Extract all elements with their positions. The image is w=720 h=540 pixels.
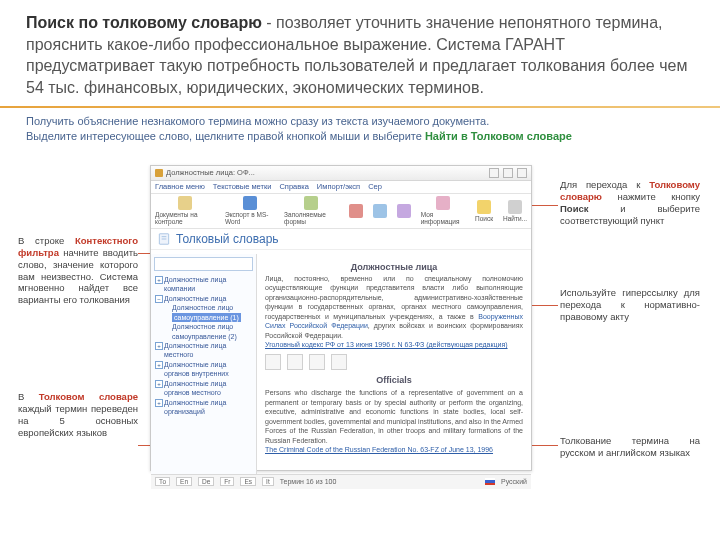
action-icon[interactable] — [331, 354, 347, 370]
app-window: Должностные лица: ОФ... Главное меню Тек… — [150, 165, 532, 471]
menu-command-name: Найти в Толковом словаре — [425, 130, 572, 142]
source-link-ru[interactable]: Уголовный кодекс РФ от 13 июня 1996 г. N… — [265, 340, 523, 349]
max-button[interactable] — [503, 168, 513, 178]
definition-ru: Лица, постоянно, временно или по специал… — [265, 274, 523, 340]
lang-tab[interactable]: То — [155, 477, 170, 486]
action-icon[interactable] — [309, 354, 325, 370]
menu-item[interactable]: Главное меню — [155, 182, 205, 191]
toolbar-button[interactable]: Моя информация — [421, 196, 465, 225]
toolbar-button[interactable]: Документы на контроле — [155, 196, 215, 225]
callout-context-filter: В строке Контекстного фильтра начните вв… — [18, 235, 138, 306]
left-pane: +Должностные лица компании −Должностные … — [151, 254, 257, 474]
lang-tab[interactable]: De — [198, 477, 214, 486]
figure-canvas: В строке Контекстного фильтра начните вв… — [0, 145, 720, 505]
menu-item[interactable]: Сер — [368, 182, 382, 191]
lang-tab[interactable]: Fr — [220, 477, 234, 486]
tree-item-selected[interactable]: самоуправление (1) — [154, 313, 253, 322]
tree-item[interactable]: +Должностные лица компании — [154, 275, 253, 294]
toolbar: Документы на контроле Экспорт в MS-Word … — [151, 194, 531, 229]
min-button[interactable] — [489, 168, 499, 178]
toolbar-search-button[interactable]: Поиск — [475, 200, 493, 222]
action-icon[interactable] — [265, 354, 281, 370]
header-bold: Поиск по толковому словарю — [26, 14, 262, 31]
lang-tab[interactable]: Es — [240, 477, 256, 486]
book-icon — [157, 232, 171, 246]
source-link-en[interactable]: The Criminal Code of the Russian Federat… — [265, 445, 523, 454]
tree-item[interactable]: +Должностные лица органов внутренних — [154, 360, 253, 379]
callout-hyperlink: Используйте гиперссылку для перехода к н… — [560, 287, 700, 323]
tree-item[interactable]: +Должностные лица организаций — [154, 398, 253, 417]
lang-tab[interactable]: It — [262, 477, 274, 486]
menu-item[interactable]: Текстовые метки — [213, 182, 272, 191]
header-text: Поиск по толковому словарю - позволяет у… — [26, 12, 694, 98]
toolbar-button[interactable]: Заполняемые формы — [284, 196, 339, 225]
instruction-line2: Выделите интересующее слово, щелкните пр… — [26, 129, 694, 143]
tree-item[interactable]: Должностное лицо — [154, 322, 253, 331]
content-pane: Должностные лица Лица, постоянно, времен… — [257, 254, 531, 474]
callout-bilingual: Толкование термина на русском и английск… — [560, 435, 700, 459]
callout-translations: В Толковом словаре каждый термин перевед… — [18, 391, 138, 439]
toolbar-button[interactable]: Экспорт в MS-Word — [225, 196, 274, 225]
app-icon — [155, 169, 163, 177]
tree-item[interactable]: самоуправление (2) — [154, 332, 253, 341]
instruction-block: Получить объяснение незнакомого термина … — [0, 108, 720, 145]
content-title: Толковый словарь — [151, 229, 531, 250]
tree-item[interactable]: +Должностные лица местного — [154, 341, 253, 360]
action-row — [265, 354, 523, 370]
context-filter-input[interactable] — [154, 257, 253, 271]
menubar: Главное меню Текстовые метки Справка Имп… — [151, 181, 531, 194]
toolbar-button[interactable]: Найти... — [503, 200, 527, 222]
status-bar: То En De Fr Es It Термин 16 из 100 Русск… — [151, 474, 531, 489]
window-title: Должностные лица: ОФ... — [166, 168, 255, 177]
header-rule — [0, 106, 720, 108]
instruction-line1: Получить объяснение незнакомого термина … — [26, 114, 694, 128]
toolbar-button[interactable] — [397, 204, 411, 218]
tree-item[interactable]: Должностное лицо — [154, 303, 253, 312]
menu-item[interactable]: Импорт/эксп — [317, 182, 360, 191]
tree-item[interactable]: −Должностные лица — [154, 294, 253, 303]
titlebar: Должностные лица: ОФ... — [151, 166, 531, 181]
term-heading-en: Officials — [265, 375, 523, 385]
status-count: Термин 16 из 100 — [280, 478, 337, 485]
term-heading-ru: Должностные лица — [265, 262, 523, 272]
slide-header: Поиск по толковому словарю - позволяет у… — [0, 0, 720, 108]
flag-icon — [485, 478, 495, 485]
content-title-text: Толковый словарь — [176, 232, 279, 246]
toolbar-button[interactable] — [373, 204, 387, 218]
action-icon[interactable] — [287, 354, 303, 370]
definition-en: Persons who discharge the functions of a… — [265, 388, 523, 445]
term-tree: +Должностные лица компании −Должностные … — [154, 275, 253, 417]
menu-item[interactable]: Справка — [279, 182, 308, 191]
callout-search-button: Для перехода к Толковому словарю нажмите… — [560, 179, 700, 227]
close-button[interactable] — [517, 168, 527, 178]
lang-tab[interactable]: En — [176, 477, 192, 486]
tree-item[interactable]: +Должностные лица органов местного — [154, 379, 253, 398]
workarea: +Должностные лица компании −Должностные … — [151, 254, 531, 474]
toolbar-button[interactable] — [349, 204, 363, 218]
status-lang: Русский — [501, 478, 527, 485]
